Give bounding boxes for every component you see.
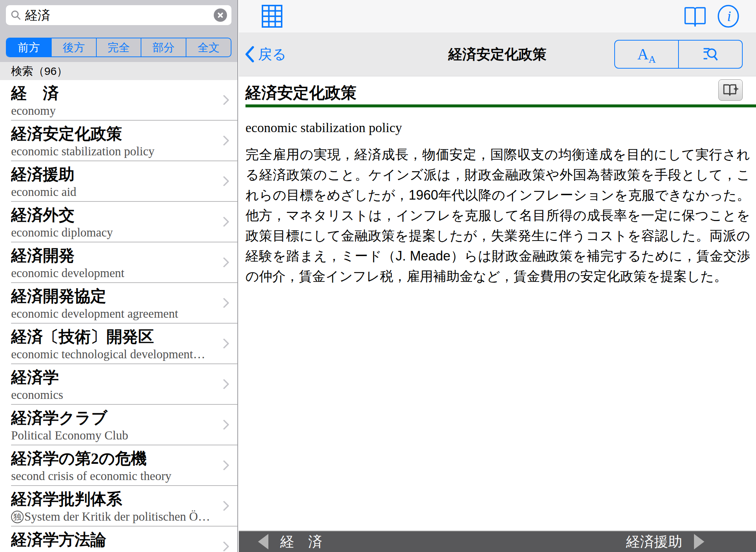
article: 経済安定化政策 economic stabilization policy 完全…	[239, 76, 756, 286]
result-item[interactable]: 経 済 economy	[0, 80, 237, 121]
chevron-right-icon	[219, 338, 229, 349]
dictionary-app: 経済 前方後方完全部分全文 検索（96） 経 済 economy 経済安定化政策…	[0, 0, 756, 552]
chevron-right-icon	[219, 379, 229, 389]
result-term: 経済外交	[11, 206, 212, 224]
search-area: 経済 前方後方完全部分全文	[0, 0, 237, 62]
result-item[interactable]: 経済開発協定 economic development agreement	[0, 283, 237, 324]
next-entry-label: 経済援助	[626, 532, 682, 551]
result-gloss: economic diplomacy	[11, 225, 212, 240]
result-gloss: economic technological development…	[11, 346, 212, 362]
search-input[interactable]: 経済	[6, 5, 231, 25]
book-plus-icon	[722, 83, 739, 97]
chevron-right-icon	[219, 541, 229, 552]
result-gloss: second crisis of economic theory	[11, 468, 212, 484]
next-triangle-icon	[694, 534, 704, 549]
result-gloss: economy	[11, 103, 212, 118]
chevron-right-icon	[219, 176, 229, 186]
entry-title: 経済安定化政策	[245, 83, 751, 102]
chevron-right-icon	[219, 217, 229, 227]
search-mode-部分[interactable]: 部分	[141, 38, 186, 56]
result-term: 経済学の第2の危機	[11, 449, 212, 468]
search-mode-前方[interactable]: 前方	[7, 38, 51, 56]
results-list: 経 済 economy 経済安定化政策 economic stabilizati…	[0, 80, 237, 552]
result-item[interactable]: 経済学クラブ Political Economy Club	[0, 405, 237, 445]
result-gloss: economic aid	[11, 184, 212, 200]
result-term: 経済〔技術〕開発区	[11, 328, 212, 346]
chevron-right-icon	[219, 420, 229, 430]
prev-triangle-icon	[258, 534, 268, 549]
add-bookmark-button[interactable]	[718, 79, 743, 101]
bottom-bar: 経 済 経済援助	[239, 531, 756, 552]
back-button[interactable]: 戻る	[245, 32, 286, 76]
text-size-icon: AA	[638, 45, 656, 63]
result-item[interactable]: 経済外交 economic diplomacy	[0, 202, 237, 242]
search-in-entry-icon	[702, 46, 719, 63]
chevron-right-icon	[219, 298, 229, 308]
svg-text:i: i	[727, 8, 731, 24]
result-gloss: economic development agreement	[11, 306, 212, 321]
text-size-button[interactable]: AA	[615, 41, 678, 68]
result-item[interactable]: 経済援助 economic aid	[0, 161, 237, 202]
chevron-right-icon	[219, 95, 229, 105]
nav-title: 経済安定化政策	[449, 45, 547, 64]
result-gloss: economic methodology	[11, 549, 212, 552]
chevron-right-icon	[219, 460, 229, 470]
info-icon: i	[717, 4, 740, 28]
result-term: 経 済	[11, 84, 212, 103]
result-gloss: economic development	[11, 265, 212, 281]
clear-search-button[interactable]	[214, 8, 227, 22]
search-query-text: 経済	[25, 5, 214, 25]
result-item[interactable]: 経済学批判体系 独System der Kritik der politisch…	[0, 486, 237, 527]
chevron-right-icon	[219, 135, 229, 146]
index-grid-button[interactable]	[262, 5, 282, 29]
grid-icon	[262, 5, 282, 28]
top-toolbar: i	[239, 0, 756, 32]
entry-divider	[245, 104, 756, 107]
chevron-right-icon	[219, 501, 229, 511]
search-mode-segmented-control: 前方後方完全部分全文	[6, 38, 231, 57]
result-gloss: Political Economy Club	[11, 428, 212, 443]
result-gloss: 独System der Kritik der politischen Ö…	[11, 509, 212, 524]
prev-entry-label: 経 済	[280, 532, 322, 551]
search-icon	[10, 10, 21, 21]
result-item[interactable]: 経済学の第2の危機 second crisis of economic theo…	[0, 445, 237, 486]
back-chevron-icon	[245, 46, 254, 62]
result-item[interactable]: 経済開発 economic development	[0, 242, 237, 283]
result-gloss: economic stabilization policy	[11, 144, 212, 159]
search-sidebar: 経済 前方後方完全部分全文 検索（96） 経 済 economy 経済安定化政策…	[0, 0, 238, 552]
bookshelf-button[interactable]	[684, 6, 707, 28]
result-term: 経済開発	[11, 246, 212, 265]
result-term: 経済安定化政策	[11, 125, 212, 143]
result-term: 経済学批判体系	[11, 490, 212, 508]
entry-tools-group: AA	[614, 40, 743, 69]
info-button[interactable]: i	[717, 4, 740, 29]
result-item[interactable]: 経済〔技術〕開発区 economic technological develop…	[0, 324, 237, 364]
search-mode-完全[interactable]: 完全	[96, 38, 141, 56]
search-in-entry-button[interactable]	[678, 41, 742, 68]
prev-entry-button[interactable]: 経 済	[258, 532, 322, 551]
result-item[interactable]: 経済学 economics	[0, 364, 237, 405]
result-item[interactable]: 経済学方法論 economic methodology	[0, 527, 237, 552]
result-term: 経済援助	[11, 165, 212, 184]
result-term: 経済学	[11, 368, 212, 387]
nav-bar: 戻る 経済安定化政策 AA	[239, 32, 756, 76]
search-mode-後方[interactable]: 後方	[51, 38, 96, 56]
entry-english: economic stabilization policy	[245, 120, 751, 135]
next-entry-button[interactable]: 経済援助	[626, 532, 704, 551]
result-term: 経済学方法論	[11, 531, 212, 549]
entry-pane: i 戻る 経済安定化政策 AA	[239, 0, 756, 552]
search-mode-全文[interactable]: 全文	[186, 38, 231, 56]
results-count-header: 検索（96）	[0, 62, 237, 80]
chevron-right-icon	[219, 257, 229, 268]
result-item[interactable]: 経済安定化政策 economic stabilization policy	[0, 121, 237, 161]
result-term: 経済開発協定	[11, 287, 212, 306]
results-count-label: 検索（96）	[11, 65, 68, 77]
language-badge: 独	[11, 511, 24, 523]
book-icon	[684, 6, 707, 27]
entry-body: 完全雇用の実現，経済成長，物価安定，国際収支の均衡達成を目的にして実行される経済…	[245, 144, 751, 286]
back-label: 戻る	[258, 45, 286, 64]
result-term: 経済学クラブ	[11, 409, 212, 427]
result-gloss: economics	[11, 387, 212, 403]
